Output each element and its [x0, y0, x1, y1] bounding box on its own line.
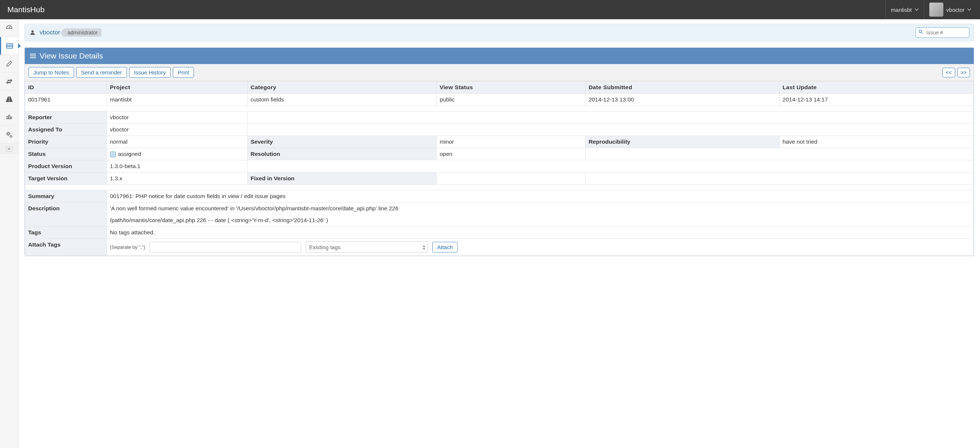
value-resolution: open	[436, 148, 585, 160]
existing-tags-select[interactable]: Existing tags	[306, 241, 428, 253]
breadcrumb-role-badge: administrator	[64, 29, 102, 37]
value-category: custom fields	[247, 94, 436, 106]
value-status: assigned	[107, 148, 248, 160]
col-id: ID	[25, 81, 107, 94]
jump-to-notes-button[interactable]: Jump to Notes	[29, 67, 74, 78]
send-reminder-button[interactable]: Send a reminder	[76, 67, 127, 78]
attach-tags-cell: (Separate by ",") Existing tags ▲▼ Attac…	[107, 239, 974, 256]
value-tags: No tags attached.	[107, 226, 974, 239]
retweet-icon	[5, 78, 13, 85]
user-menu[interactable]: vboctor	[924, 0, 976, 19]
chevron-right-icon: ≫	[6, 146, 13, 152]
label-tags: Tags	[25, 226, 107, 239]
sidebar: ≫	[0, 19, 19, 261]
label-summary: Summary	[25, 190, 107, 202]
sidebar-item-summary[interactable]	[0, 108, 18, 126]
svg-point-13	[32, 30, 34, 33]
project-selector[interactable]: mantisbt	[885, 0, 924, 19]
svg-rect-5	[9, 97, 10, 98]
label-priority: Priority	[25, 136, 107, 148]
label-resolution: Resolution	[247, 148, 436, 160]
label-status: Status	[25, 148, 107, 160]
issue-search	[916, 27, 969, 38]
issue-panel: View Issue Details Jump to Notes Send a …	[24, 48, 974, 256]
sidebar-item-report-issue[interactable]	[0, 55, 18, 73]
user-menu-label: vboctor	[946, 7, 964, 13]
label-reproducibility: Reproducibility	[585, 136, 780, 148]
svg-rect-10	[10, 117, 11, 119]
value-last-update: 2014-12-13 14:17	[780, 94, 973, 106]
value-fixed-in-version	[436, 172, 585, 185]
next-issue-button[interactable]: >>	[958, 68, 970, 77]
brand-logo[interactable]: MantisHub	[7, 5, 45, 14]
svg-rect-8	[7, 116, 8, 119]
user-icon	[29, 29, 36, 36]
col-last-update: Last Update	[780, 81, 973, 94]
label-reporter: Reporter	[25, 112, 107, 124]
value-target-version: 1.3.x	[107, 172, 248, 185]
label-product-version: Product Version	[25, 160, 107, 172]
label-fixed-in-version: Fixed in Version	[247, 172, 436, 185]
issue-search-input[interactable]	[916, 27, 969, 38]
value-reproducibility: have not tried	[780, 136, 973, 148]
avatar	[929, 3, 943, 17]
svg-line-15	[921, 33, 923, 34]
panel-header: View Issue Details	[25, 48, 974, 64]
value-view-status: public	[436, 94, 585, 106]
value-id: 0017961	[25, 94, 107, 106]
value-assigned-to: vboctor	[107, 124, 248, 136]
sidebar-item-roadmap[interactable]	[0, 90, 18, 108]
svg-rect-7	[9, 100, 10, 101]
bar-chart-icon	[6, 113, 13, 121]
svg-rect-1	[9, 26, 10, 28]
chevron-down-icon	[915, 8, 919, 11]
search-icon	[918, 29, 923, 34]
edit-icon	[6, 60, 13, 67]
value-product-version: 1.3.0-beta.1	[107, 160, 248, 172]
attach-tags-hint: (Separate by ",")	[110, 244, 145, 250]
sidebar-toggle[interactable]: ≫	[0, 143, 18, 154]
value-summary: 0017961: PHP notice for date custom fiel…	[107, 190, 974, 202]
breadcrumb-left: vboctor administrator	[29, 29, 102, 37]
value-severity: minor	[436, 136, 585, 148]
value-reporter: vboctor	[107, 112, 248, 124]
menu-icon[interactable]	[30, 53, 36, 59]
gears-icon	[5, 131, 13, 139]
issue-header-table: ID Project Category View Status Date Sub…	[25, 81, 974, 256]
svg-point-11	[7, 132, 9, 135]
attach-button[interactable]: Attach	[432, 242, 458, 252]
svg-rect-2	[7, 43, 13, 48]
value-description: 'A non well formed numeric value encount…	[107, 202, 974, 226]
panel-title: View Issue Details	[40, 51, 103, 61]
project-selector-label: mantisbt	[891, 7, 912, 13]
col-project: Project	[107, 81, 248, 94]
breadcrumb-user-link[interactable]: vboctor	[40, 29, 60, 36]
svg-point-12	[10, 136, 12, 137]
svg-rect-9	[8, 115, 10, 119]
nav-right: mantisbt vboctor	[885, 0, 976, 19]
attach-tags-input[interactable]	[150, 242, 301, 253]
prev-issue-button[interactable]: <<	[942, 68, 955, 77]
label-target-version: Target Version	[25, 172, 107, 185]
label-assigned-to: Assigned To	[25, 124, 107, 136]
sidebar-item-dashboard[interactable]	[0, 19, 18, 37]
sidebar-item-view-issues[interactable]	[0, 37, 18, 55]
toolbar-left: Jump to Notes Send a reminder Issue Hist…	[29, 67, 194, 78]
issue-header-row: 0017961 mantisbt custom fields public 20…	[25, 94, 974, 106]
col-category: Category	[247, 81, 436, 94]
sidebar-item-changelog[interactable]	[0, 73, 18, 90]
toolbar-right: << >>	[942, 68, 970, 77]
list-icon	[6, 42, 14, 50]
sidebar-item-manage[interactable]	[0, 126, 18, 143]
label-attach-tags: Attach Tags	[25, 239, 107, 256]
label-severity: Severity	[247, 136, 436, 148]
chevron-down-icon	[967, 8, 971, 11]
value-project: mantisbt	[107, 94, 248, 106]
value-priority: normal	[107, 136, 248, 148]
panel-toolbar: Jump to Notes Send a reminder Issue Hist…	[25, 64, 974, 81]
svg-point-14	[919, 30, 921, 33]
issue-history-button[interactable]: Issue History	[129, 67, 171, 78]
print-button[interactable]: Print	[173, 67, 194, 78]
svg-rect-6	[9, 99, 10, 100]
label-description: Description	[25, 202, 107, 226]
